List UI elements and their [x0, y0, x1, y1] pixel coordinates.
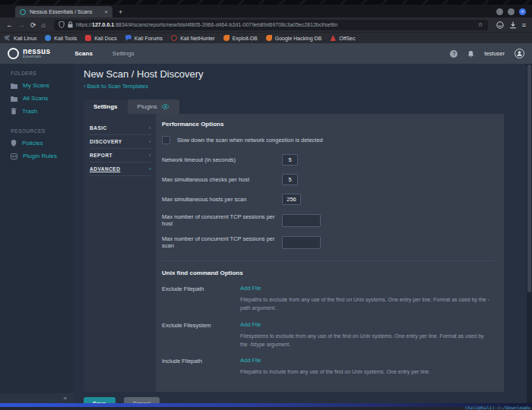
unix-find-heading: Unix find command Options [162, 270, 495, 276]
help-icon[interactable]: ? [450, 50, 458, 58]
bookmark-offsec[interactable]: OffSec [330, 35, 355, 41]
advanced-settings-section: Performance Options Slow down the scan w… [156, 114, 504, 392]
scan-tabs: Settings Plugins [84, 99, 527, 114]
avatar[interactable] [515, 49, 524, 58]
tab-title: Nessus Essentials / Scans [30, 9, 101, 14]
folder-icon [11, 83, 17, 89]
policy-shield-icon [11, 140, 17, 147]
sidebar-collapse-button[interactable]: « [0, 393, 74, 403]
bookmark-kali-linux[interactable]: Kali Linux [5, 35, 36, 41]
back-button[interactable]: ← [6, 21, 13, 29]
page-title: New Scan / Host Discovery [84, 68, 527, 80]
chevron-down-icon: › [147, 168, 154, 170]
bookmark-google-hacking-db[interactable]: Google Hacking DB [266, 35, 321, 41]
add-file-link[interactable]: Add File [240, 357, 495, 364]
downloads-icon[interactable] [509, 21, 517, 29]
kali-tools-icon [45, 35, 51, 41]
close-window-button[interactable]: × [519, 8, 526, 15]
slow-scan-label: Slow down the scan when network congesti… [177, 137, 323, 144]
field-row: Max simultaneous hosts per scan [162, 194, 495, 205]
bookmark-kali-nethunter[interactable]: Kali NetHunter [171, 35, 215, 41]
menu-icon[interactable]: ≡ [522, 21, 526, 29]
nessus-logo-icon [8, 48, 19, 59]
nav-settings[interactable]: Settings [112, 50, 135, 57]
new-tab-button[interactable]: + [119, 8, 122, 16]
kali-nethunter-icon [171, 35, 177, 41]
sidebar-item-plugin-rules[interactable]: Plugin Rules [0, 150, 74, 162]
reload-button[interactable]: ⟳ [30, 21, 36, 29]
app-nav: Scans Settings [74, 50, 134, 57]
plugin-rules-icon [11, 153, 17, 159]
url-text: https://127.0.0.1:8834/#/scans/reports/n… [76, 22, 475, 27]
bookmark-exploit-db[interactable]: Exploit-DB [223, 35, 258, 41]
shield-permissions-icon[interactable] [59, 21, 65, 28]
scrollbar-thumb[interactable] [527, 65, 531, 292]
max-hosts-per-scan-input[interactable] [282, 194, 301, 205]
sidebar-item-policies[interactable]: Policies [0, 137, 74, 150]
chevron-right-icon: › [149, 152, 151, 159]
settings-nav-basic[interactable]: BASIC› [90, 121, 151, 135]
max-tcp-sessions-per-scan-input[interactable] [282, 236, 321, 249]
slow-scan-row: Slow down the scan when network congesti… [162, 136, 495, 144]
google-hacking-db-icon [266, 35, 272, 41]
window-controls: × [496, 8, 532, 17]
home-button[interactable]: ⌂ [42, 21, 46, 29]
sidebar-item-my-scans[interactable]: My Scans [0, 79, 74, 92]
forward-button[interactable]: → [18, 21, 25, 29]
url-scheme: https:// [76, 22, 92, 27]
sidebar-item-trash[interactable]: Trash [0, 105, 74, 118]
bookmark-kali-tools[interactable]: Kali Tools [45, 35, 77, 41]
brand-subtitle: Essentials [23, 55, 50, 59]
minimize-button[interactable] [496, 8, 503, 15]
username[interactable]: testuser [484, 50, 505, 57]
max-tcp-sessions-per-host-input[interactable] [282, 214, 321, 227]
browser-tab[interactable]: Nessus Essentials / Scans × [15, 6, 112, 17]
notifications-bell-icon[interactable] [467, 50, 474, 58]
settings-nav-report[interactable]: REPORT› [90, 149, 151, 162]
exclude-filepath-row: Exclude Filepath Add File Filepaths to e… [162, 285, 495, 313]
bookmark-kali-forums[interactable]: Kali Forums [125, 35, 163, 41]
account-shield-icon[interactable] [496, 21, 504, 29]
terminal-prompt-text: (kali@kali)-[~/Downloads [464, 405, 530, 410]
bookmark-kali-docs[interactable]: Kali Docs [85, 35, 117, 41]
include-filepath-row: Include Filepath Add File Filepaths to i… [162, 357, 495, 377]
url-bar[interactable]: https://127.0.0.1:8834/#/scans/reports/n… [54, 20, 488, 30]
settings-nav-advanced[interactable]: ADVANCED› [90, 162, 151, 176]
exploit-db-icon [223, 35, 230, 41]
trash-icon [11, 108, 17, 115]
tab-close-icon[interactable]: × [104, 8, 108, 15]
network-timeout-input[interactable] [282, 154, 298, 166]
kali-docs-icon [85, 35, 91, 41]
field-row: Network timeout (in seconds) [162, 154, 495, 166]
add-file-link[interactable]: Add File [240, 321, 495, 328]
max-checks-per-host-input[interactable] [282, 174, 298, 185]
chevron-left-icon: ‹ [84, 83, 86, 90]
tab-plugins[interactable]: Plugins [128, 99, 179, 114]
offsec-icon [330, 35, 336, 41]
maximize-button[interactable] [508, 8, 515, 15]
add-file-link[interactable]: Add File [240, 285, 495, 292]
chevron-right-icon: › [149, 125, 151, 131]
back-to-templates-link[interactable]: ‹ Back to Scan Templates [84, 83, 527, 90]
eye-icon [161, 104, 169, 109]
nav-scans[interactable]: Scans [74, 50, 93, 57]
resources-label: RESOURCES [0, 128, 74, 137]
settings-panel: BASIC› DISCOVERY› REPORT› ADVANCED› Perf… [84, 114, 504, 392]
lock-icon[interactable] [68, 21, 73, 28]
performance-options-heading: Performance Options [162, 121, 495, 128]
scrollbar[interactable] [527, 64, 532, 403]
sidebar-item-all-scans[interactable]: All Scans [0, 92, 74, 105]
chevron-right-icon: › [149, 138, 151, 145]
slow-scan-checkbox[interactable] [162, 136, 170, 144]
nav-toolbar: ← → ⟳ ⌂ https://127.0.0.1:8834/#/scans/r… [0, 17, 532, 32]
main-content: New Scan / Host Discovery ‹ Back to Scan… [74, 64, 527, 403]
nessus-app: nessus Essentials Scans Settings ? testu… [0, 43, 532, 403]
bookmark-star-icon[interactable]: ☆ [478, 21, 483, 28]
settings-nav-discovery[interactable]: DISCOVERY› [90, 135, 151, 149]
tab-bar: Nessus Essentials / Scans × + × [0, 5, 532, 17]
folders-label: FOLDERS [0, 71, 74, 79]
folder-icon [11, 96, 17, 102]
app-header: nessus Essentials Scans Settings ? testu… [0, 43, 532, 64]
tab-settings[interactable]: Settings [84, 99, 128, 114]
kali-forums-icon [125, 35, 131, 41]
